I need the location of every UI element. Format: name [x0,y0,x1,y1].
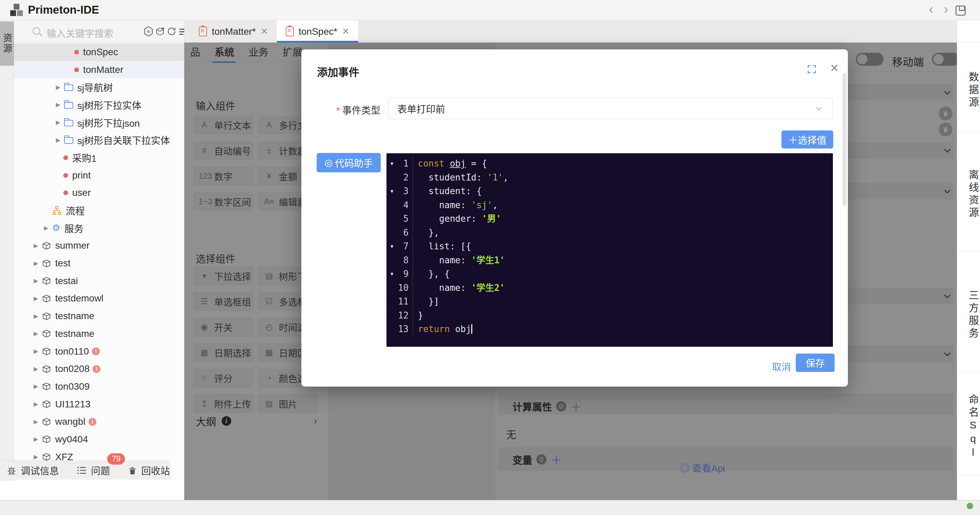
search-input[interactable]: 输入关键字搜索 [47,26,113,40]
tree-item-label: testname [55,328,94,339]
caret-icon[interactable]: ▶ [34,383,42,390]
sidebar-search-row: 输入关键字搜索 AI En文 [14,21,184,43]
caret-icon[interactable]: ▶ [34,436,42,443]
form-file-icon [199,27,207,37]
code-editor[interactable]: ▼1const obj = {2 studentId: '1',▼3 stude… [387,153,833,347]
tree-item-label: testai [55,276,78,287]
cancel-button[interactable]: 取消 [768,358,794,375]
tree-item-流程[interactable]: 流程 [14,202,184,219]
caret-icon[interactable]: ▶ [34,330,42,337]
code-line-7: ▼7 list: [{ [387,239,833,254]
tree-item-print[interactable]: print [14,167,184,184]
nav-back-icon[interactable]: ‹ [923,2,939,17]
ai-icon[interactable]: AI [143,26,154,37]
tree-item-label: UI11213 [55,399,91,410]
rail-tab-数据源[interactable]: 数据源 [957,43,980,132]
add-event-dialog: 添加事件 ✕ *事件类型 表单打印前 ＋选择值 ◎代码助手 ▼1const ob… [301,49,848,387]
editor-tab-tonSpec[interactable]: tonSpec*✕ [277,21,358,43]
editor-tab-tonMatter[interactable]: tonMatter*✕ [190,21,277,43]
status-right[interactable] [967,503,977,509]
tree-item-服务[interactable]: ▶⚙服务 [14,219,184,237]
rail-tab-resources[interactable]: 资源 [0,21,14,66]
error-badge: ! [89,418,96,426]
pick-value-button[interactable]: ＋选择值 [781,131,833,148]
tree-item-采购1[interactable]: 采购1 [14,149,184,167]
robot-icon: ◎ [325,157,332,168]
folder-icon [64,120,73,126]
tree-item-sj树形下拉json[interactable]: ▶sj树形下拉json [14,114,184,131]
recycle-bin-button[interactable]: 回收站 [128,464,170,477]
tree-item-tonMatter[interactable]: tonMatter [14,61,184,79]
problems-button[interactable]: 问题 79 [76,464,110,477]
caret-icon[interactable]: ▶ [34,295,42,302]
tree-item-user[interactable]: user [14,184,184,202]
form-file-icon [286,27,294,37]
package-icon [42,276,51,285]
caret-icon[interactable]: ▶ [34,242,42,249]
rail-tab-三方服务[interactable]: 三方服务 [957,251,980,373]
modal-scrollbar[interactable] [842,73,846,206]
caret-icon[interactable]: ▶ [56,119,64,126]
tree-item-label: sj树形下拉json [77,116,140,129]
tree-item-wangbl[interactable]: ▶wangbl! [14,413,184,430]
tree-item-sj树形下拉实体[interactable]: ▶sj树形下拉实体 [14,96,184,114]
caret-icon[interactable]: ▶ [34,400,42,408]
caret-icon[interactable]: ▶ [34,453,42,461]
line-number: 4 [398,198,413,212]
fold-spacer [387,281,398,295]
rail-tab-命名Sql[interactable]: 命名Sql [957,373,980,475]
tree-item-ton0309[interactable]: ▶ton0309 [14,378,184,395]
caret-icon[interactable]: ▶ [56,84,64,91]
tab-label: tonSpec* [299,26,337,37]
fold-spacer [387,309,398,322]
fold-icon[interactable]: ▼ [387,267,398,281]
code-assistant-button[interactable]: ◎代码助手 [317,153,381,172]
code-line-9: ▼9 }, { [387,267,833,281]
tree-item-testname[interactable]: ▶testname [14,307,184,325]
tree-item-testdemowl[interactable]: ▶testdemowl [14,290,184,308]
tree-item-testname[interactable]: ▶testname [14,325,184,343]
package-icon [42,312,51,321]
fold-icon[interactable]: ▼ [387,184,398,198]
save-icon[interactable] [956,5,966,16]
fold-icon[interactable]: ▼ [387,157,398,171]
refresh-icon[interactable] [167,26,177,37]
code-line-6: 6 }, [387,226,833,240]
tree-item-testai[interactable]: ▶testai [14,272,184,290]
line-number: 3 [398,184,413,198]
caret-icon[interactable]: ▶ [56,101,64,108]
tree-item-test[interactable]: ▶test [14,254,184,272]
tree-item-sj树形自关联下拉实体[interactable]: ▶sj树形自关联下拉实体 [14,131,184,149]
tree-item-ton0110[interactable]: ▶ton0110! [14,343,184,360]
tree-item-UI11213[interactable]: ▶UI11213 [14,395,184,413]
nav-forward-icon[interactable]: › [939,2,953,17]
caret-icon[interactable]: ▶ [34,418,42,426]
new-module-icon[interactable] [155,26,165,37]
close-icon[interactable]: ✕ [261,26,268,37]
caret-icon[interactable]: ▶ [34,277,42,284]
caret-icon[interactable]: ▶ [56,137,64,144]
line-number: 10 [398,281,413,295]
event-type-select[interactable]: 表单打印前 [388,98,833,119]
resource-dot-icon [63,173,68,178]
save-button[interactable]: 保存 [796,354,835,372]
caret-icon[interactable]: ▶ [34,348,42,355]
sidebar-toolbar: 调试信息 问题 79 回收站 [0,461,170,480]
tree-item-wy0404[interactable]: ▶wy0404 [14,430,184,448]
close-icon[interactable]: ✕ [830,62,839,75]
tree-item-ton0208[interactable]: ▶ton0208! [14,360,184,378]
debug-info-button[interactable]: 调试信息 [6,464,59,477]
tree-item-tonSpec[interactable]: tonSpec [14,43,184,61]
tree-item-sj导航树[interactable]: ▶sj导航树 [14,78,184,96]
tree-item-summer[interactable]: ▶summer [14,237,184,255]
fullscreen-icon[interactable] [807,64,817,75]
rail-tab-离线资源[interactable]: 离线资源 [957,132,980,251]
caret-icon[interactable]: ▶ [34,313,42,320]
fold-spacer [387,226,398,240]
required-asterisk: * [336,105,340,116]
caret-icon[interactable]: ▶ [44,225,52,231]
fold-icon[interactable]: ▼ [387,239,398,254]
close-icon[interactable]: ✕ [342,26,350,37]
caret-icon[interactable]: ▶ [34,365,42,373]
caret-icon[interactable]: ▶ [34,260,42,267]
